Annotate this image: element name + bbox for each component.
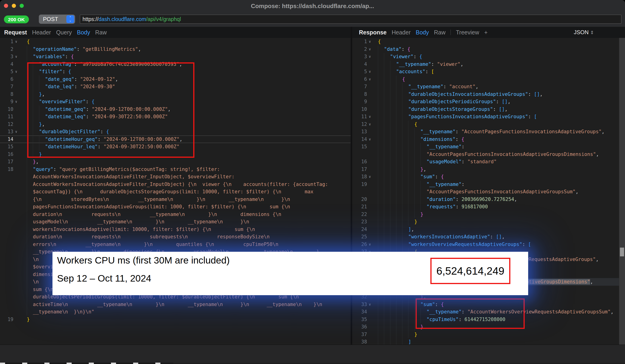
fold-gutter [13, 263, 19, 271]
pane-title: Request [4, 29, 27, 36]
code-line[interactable]: 18∨"sum": { [352, 173, 619, 181]
code-line[interactable]: 3∨"viewer": { [352, 53, 619, 60]
code-line[interactable]: 19} [0, 316, 351, 323]
line-number: 20 [352, 196, 367, 203]
code-line[interactable]: 26∨"workersOverviewRequestsAdaptiveGroup… [352, 241, 619, 248]
fold-gutter [13, 218, 19, 226]
code-line[interactable]: 16"usageModel": "standard" [352, 158, 619, 166]
tab-raw[interactable]: Raw [95, 29, 107, 36]
code-line[interactable]: 19"__typename": [352, 181, 619, 188]
fold-chevron-icon[interactable]: ∨ [13, 38, 19, 46]
code-line[interactable]: 23} [352, 218, 619, 226]
pane-divider[interactable] [351, 27, 352, 345]
fold-gutter [13, 271, 19, 278]
method-dropdown[interactable]: POST ⌃⌄ [39, 15, 75, 24]
code-line[interactable]: 17}, [0, 158, 351, 166]
code-line[interactable]: 21"requests": 916817000 [352, 203, 619, 211]
code-line[interactable]: pagesFunctionsInvocationsAdaptiveGroups(… [0, 203, 351, 211]
code-line[interactable]: 1∨{ [0, 38, 351, 46]
fold-chevron-icon[interactable]: ∨ [367, 38, 373, 46]
code-line[interactable]: usageModel\n __typename\n }\n __typename… [0, 218, 351, 226]
fold-chevron-icon[interactable]: ∨ [13, 68, 19, 76]
code-line[interactable]: $accountTag}) {\n durableObjectsStorageG… [0, 188, 351, 196]
code-line[interactable]: 9"durableObjectsPeriodicGroups": [], [352, 98, 619, 106]
tab-raw[interactable]: Raw [434, 29, 445, 36]
fold-chevron-icon[interactable]: ∨ [13, 53, 19, 60]
code-line[interactable]: 15"__typename": [352, 143, 619, 151]
response-scrollbar-thumb[interactable] [620, 248, 624, 256]
fold-chevron-icon[interactable]: ∨ [367, 136, 373, 143]
fold-chevron-icon[interactable]: ∨ [13, 98, 19, 106]
fold-chevron-icon[interactable]: ∨ [367, 53, 373, 60]
code-line[interactable]: {\n storedBytes\n __typename\n }\n __typ… [0, 196, 351, 203]
tab-header[interactable]: Header [392, 29, 410, 36]
code-line[interactable]: AccountWorkersInvocationsAdaptiveFilter_… [0, 181, 351, 188]
line-number [0, 188, 13, 196]
code-line[interactable]: duration\n requests\n __typename\n }\n d… [0, 211, 351, 218]
code-line[interactable]: __typename\n }\n}\n" [0, 308, 351, 316]
code-line[interactable]: 3∨"variables": { [0, 53, 351, 60]
line-number: 18 [0, 166, 13, 173]
code-line[interactable]: 6∨{ [352, 76, 619, 83]
line-number [0, 211, 13, 218]
code-line[interactable]: 2∨"data": { [352, 46, 619, 53]
tab-+[interactable]: + [484, 29, 488, 36]
code-line[interactable]: 8"durableObjectsInvocationsAdaptiveGroup… [352, 90, 619, 98]
code-line[interactable]: 17}, [352, 166, 619, 173]
fold-gutter [13, 158, 19, 166]
code-line[interactable]: 5∨"accounts": [ [352, 68, 619, 76]
fold-chevron-icon[interactable]: ∨ [367, 173, 373, 181]
tab-body[interactable]: Body [77, 29, 90, 36]
tab-query[interactable]: Query [56, 29, 72, 36]
code-line[interactable]: 38] [352, 338, 619, 345]
fold-chevron-icon[interactable]: ∨ [367, 68, 373, 76]
bottom-bar: 模板 ∨ ⋯ 发送 ⌘⏎ [0, 345, 625, 363]
tab-header[interactable]: Header [32, 29, 51, 36]
code-line[interactable]: 11∨"pagesFunctionsInvocationsAdaptiveGro… [352, 113, 619, 121]
code-line[interactable]: AccountWorkersInvocationsAdaptiveFilter_… [0, 173, 351, 181]
code-line[interactable]: 25"workersInvocationsAdaptive": [], [352, 233, 619, 241]
code-line[interactable]: 7"__typename": "account", [352, 83, 619, 90]
code-line[interactable]: "AccountPagesFunctionsInvocationsAdaptiv… [352, 151, 619, 158]
code-line[interactable]: 13"__typename": "AccountPagesFunctionsIn… [352, 128, 619, 136]
code-line[interactable]: "AccountPagesFunctionsInvocationsAdaptiv… [352, 188, 619, 196]
code-line[interactable]: activeTime\n __typename\n }\n __typename… [0, 301, 351, 308]
tab-treeview[interactable]: Treeview [456, 29, 479, 36]
code-line[interactable]: 24], [352, 226, 619, 233]
line-number: 9 [352, 98, 367, 106]
format-selector[interactable]: JSON ⇕ [574, 27, 594, 38]
url-input[interactable]: https://dash.cloudflare.com/api/v4/graph… [80, 15, 622, 24]
code-line[interactable]: 12∨{ [352, 121, 619, 128]
code-line[interactable]: 37} [352, 331, 619, 338]
tab-body[interactable]: Body [416, 29, 429, 36]
method-stepper-icon[interactable]: ⌃⌄ [66, 15, 74, 23]
fold-gutter [13, 196, 19, 203]
url-path: /api/v4/graphql [146, 16, 181, 22]
code-line[interactable]: errors\n __typename\n }\n quantiles {\n … [0, 241, 351, 248]
code-line[interactable]: 18"query": "query getBillingMetrics($acc… [0, 166, 351, 173]
fold-chevron-icon[interactable]: ∨ [367, 46, 373, 53]
code-text: "durableObjectsStorageGroups": [], [378, 106, 508, 113]
fold-chevron-icon[interactable]: ∨ [367, 113, 373, 121]
line-number: 24 [352, 226, 367, 233]
fold-chevron-icon[interactable]: ∨ [367, 241, 373, 248]
code-line[interactable]: workersInvocationsAdaptive(limit: 10000,… [0, 226, 351, 233]
code-line[interactable]: duration\n requests\n subrequests\n resp… [0, 233, 351, 241]
fold-chevron-icon[interactable]: ∨ [367, 301, 373, 308]
code-line[interactable]: 4"__typename": "viewer", [352, 60, 619, 68]
code-text: sum {\n [27, 286, 53, 293]
code-line[interactable]: 20"duration": 2003669620.7276254, [352, 196, 619, 203]
line-number: 35 [352, 316, 367, 323]
fold-chevron-icon[interactable]: ∨ [367, 76, 373, 83]
code-line[interactable]: 22} [352, 211, 619, 218]
metric-tooltip-overlay: Workers CPU ms (first 30M are included) … [53, 252, 528, 295]
response-scrollbar[interactable] [619, 38, 625, 345]
code-text: activeTime\n __typename\n }\n __typename… [27, 301, 322, 308]
fold-chevron-icon[interactable]: ∨ [367, 121, 373, 128]
code-line[interactable]: 10"durableObjectsStorageGroups": [], [352, 106, 619, 113]
line-number [0, 241, 13, 248]
code-line[interactable]: 2"operationName": "getBillingMetrics", [0, 46, 351, 53]
fold-chevron-icon[interactable]: ∨ [13, 128, 19, 136]
code-line[interactable]: 14∨"dimensions": { [352, 136, 619, 143]
code-line[interactable]: 1∨{ [352, 38, 619, 46]
